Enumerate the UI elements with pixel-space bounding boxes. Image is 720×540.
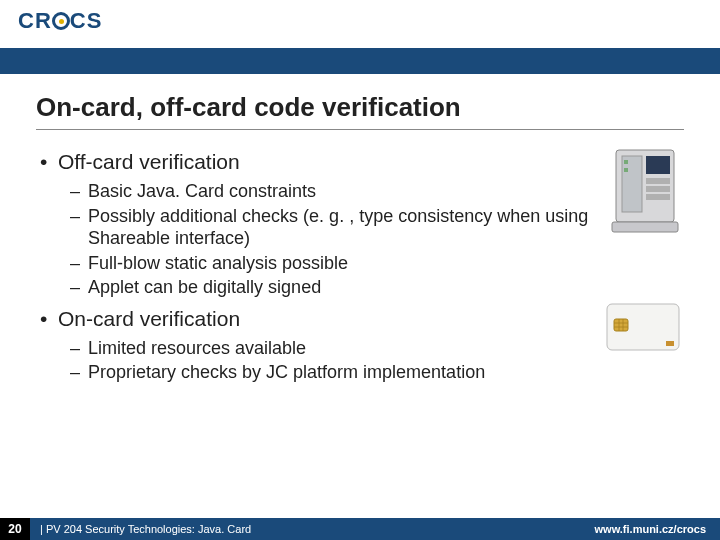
page-number: 20 xyxy=(0,518,30,540)
header-blue-bar xyxy=(0,48,720,74)
header: CRCS xyxy=(0,0,720,48)
slide-title: On-card, off-card code verification xyxy=(36,92,684,130)
svg-rect-6 xyxy=(624,160,628,164)
footer-url: www.fi.muni.cz/crocs xyxy=(595,523,720,535)
svg-rect-8 xyxy=(612,222,678,232)
svg-rect-7 xyxy=(624,168,628,172)
section2-heading: On-card verification xyxy=(36,307,606,331)
footer-course-label: | PV 204 Security Technologies: Java. Ca… xyxy=(30,523,251,535)
svg-rect-1 xyxy=(622,156,642,212)
list-item: Possibly additional checks (e. g. , type… xyxy=(36,205,610,250)
list-item: Full-blow static analysis possible xyxy=(36,252,610,275)
list-item: Applet can be digitally signed xyxy=(36,276,610,299)
list-item: Proprietary checks by JC platform implem… xyxy=(36,361,606,384)
section1-heading: Off-card verification xyxy=(36,150,610,174)
svg-rect-2 xyxy=(646,156,670,174)
logo-ring-icon xyxy=(52,12,70,30)
list-item: Limited resources available xyxy=(36,337,606,360)
crocs-logo: CRCS xyxy=(18,8,102,34)
svg-rect-4 xyxy=(646,186,670,192)
svg-rect-5 xyxy=(646,194,670,200)
server-computer-icon xyxy=(610,146,680,236)
slide-content: On-card, off-card code verification Off-… xyxy=(0,74,720,386)
footer-bar: 20 | PV 204 Security Technologies: Java.… xyxy=(0,518,720,540)
svg-rect-10 xyxy=(614,319,628,331)
section-oncard: On-card verification Limited resources a… xyxy=(36,303,684,386)
smartcard-icon xyxy=(606,303,680,351)
list-item: Basic Java. Card constraints xyxy=(36,180,610,203)
svg-rect-3 xyxy=(646,178,670,184)
section-offcard: Off-card verification Basic Java. Card c… xyxy=(36,146,684,301)
svg-rect-15 xyxy=(666,341,674,346)
